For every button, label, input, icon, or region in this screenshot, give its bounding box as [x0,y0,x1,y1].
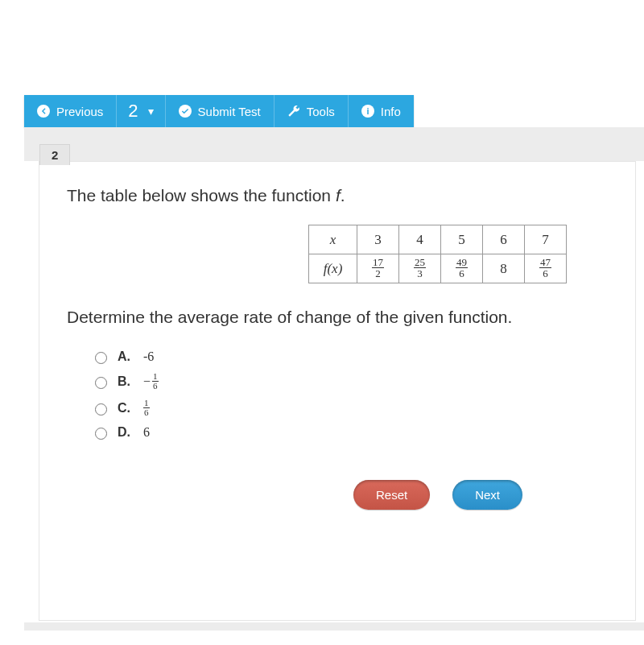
choice-c[interactable]: C. 16 [91,399,608,417]
submit-test-button[interactable]: Submit Test [166,95,275,127]
question-prompt: The table below shows the function f. [67,186,608,205]
question-tab: 2 [39,144,70,165]
previous-button[interactable]: Previous [24,95,117,127]
answer-choices: A. -6 B. −16 C. 16 [67,349,608,440]
wrench-icon [287,105,300,118]
fxcell: 253 [399,254,441,283]
choice-b-radio[interactable] [95,377,107,389]
choice-value: -6 [143,349,154,364]
question-card: 2 The table below shows the function f. … [39,161,636,621]
choice-c-radio[interactable] [95,403,107,416]
svg-point-0 [179,105,192,118]
choice-value: 6 [143,425,150,440]
next-button[interactable]: Next [452,480,522,510]
question-subprompt: Determine the average rate of change of … [67,308,608,327]
previous-label: Previous [56,105,103,118]
question-tab-number: 2 [52,148,58,162]
xcell: 7 [525,225,567,254]
choice-value: −16 [143,372,159,391]
fxcell: 8 [483,254,525,283]
question-number-dropdown[interactable]: 2 ▾ [117,95,165,127]
info-label: Info [381,105,401,118]
question-number: 2 [128,101,138,122]
xcell: 6 [483,225,525,254]
choice-letter: B. [118,374,135,389]
choice-d-radio[interactable] [95,428,107,440]
choice-a-radio[interactable] [95,352,107,364]
table-row-x: x 3 4 5 6 7 [309,225,567,254]
choice-b[interactable]: B. −16 [91,372,608,391]
choice-letter: C. [118,401,135,416]
xcell: 5 [441,225,483,254]
table-row-fx: f(x) 172 253 496 8 476 [309,254,567,283]
svg-text:i: i [366,106,369,116]
choice-a[interactable]: A. -6 [91,349,608,364]
submit-test-label: Submit Test [198,105,261,118]
chevron-down-icon: ▾ [148,105,154,118]
choice-value: 16 [143,399,150,417]
info-button[interactable]: i Info [349,95,414,127]
function-table: x 3 4 5 6 7 f(x) 172 253 496 8 476 [308,225,567,283]
fxcell: 172 [357,254,399,283]
fxcell: 496 [441,254,483,283]
choice-d[interactable]: D. 6 [91,425,608,440]
xcell: 3 [357,225,399,254]
xcell: 4 [399,225,441,254]
info-circle-icon: i [361,105,374,118]
tools-button[interactable]: Tools [275,95,349,127]
action-buttons: Reset Next [67,480,608,510]
reset-button[interactable]: Reset [353,480,430,510]
row-label-x: x [309,225,357,254]
toolbar-under-strip [24,127,644,161]
prompt-prefix: The table below shows the function [67,186,336,205]
check-circle-icon [179,105,192,118]
arrow-left-icon [37,105,50,118]
prompt-suffix: . [341,186,345,205]
choice-letter: A. [118,349,135,364]
choice-letter: D. [118,425,135,440]
row-label-fx: f(x) [309,254,357,283]
top-toolbar: Previous 2 ▾ Submit Test Tools i Info [24,95,414,127]
bottom-strip [24,622,644,631]
fxcell: 476 [525,254,567,283]
tools-label: Tools [307,105,335,118]
